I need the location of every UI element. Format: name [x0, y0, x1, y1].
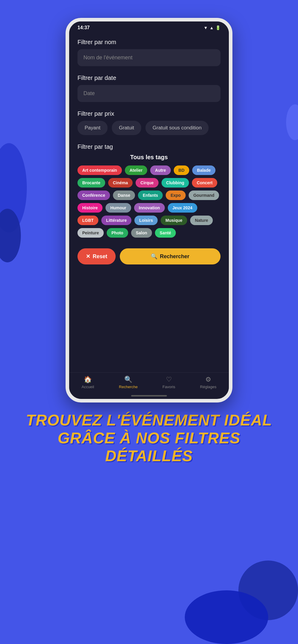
- nav-item-recherche[interactable]: 🔍 Recherche: [119, 376, 138, 389]
- tag-danse[interactable]: Danse: [113, 191, 135, 200]
- tag-enfants[interactable]: Enfants: [138, 191, 163, 200]
- nav-recherche-label: Recherche: [119, 385, 138, 389]
- tag-autre[interactable]: Autre: [150, 165, 171, 175]
- nav-item-reglages[interactable]: ⚙ Réglages: [200, 376, 216, 389]
- nav-accueil-label: Accueil: [82, 385, 94, 389]
- nav-item-accueil[interactable]: 🏠 Accueil: [82, 376, 94, 389]
- nav-home-icon: 🏠: [84, 376, 92, 383]
- nav-favoris-label: Favoris: [162, 385, 175, 389]
- bg-blob-right: [286, 104, 298, 140]
- price-gratuit-condition-button[interactable]: Gratuit sous condition: [145, 121, 209, 135]
- promo-text: TROUVEZ L'ÉVÉNEMENT IDÉAL GRÂCE À NOS FI…: [0, 411, 298, 465]
- tag-atelier[interactable]: Atelier: [125, 165, 148, 175]
- status-bar: 14:37 ▼ ▲ 🔋: [69, 21, 229, 33]
- nav-search-icon: 🔍: [124, 376, 132, 383]
- tag-concert[interactable]: Concert: [192, 178, 217, 188]
- price-buttons: Payant Gratuit Gratuit sous condition: [77, 121, 221, 135]
- tag-bd[interactable]: BD: [174, 165, 189, 175]
- tag-cinéma[interactable]: Cinéma: [108, 178, 133, 188]
- tag-clubbing[interactable]: Clubbing: [162, 178, 189, 188]
- tag-gourmand[interactable]: Gourmand: [189, 191, 219, 200]
- phone-frame: 14:37 ▼ ▲ 🔋 Filtrer par nom Filtrer par …: [66, 18, 232, 402]
- filter-by-date-label: Filtrer par date: [77, 75, 221, 81]
- tag-histoire[interactable]: Histoire: [77, 203, 103, 213]
- wifi-icon: ▼: [204, 25, 208, 30]
- bg-blob-bottom2: [185, 590, 268, 644]
- filter-by-price-label: Filtrer par prix: [77, 110, 221, 117]
- filter-by-tag-label: Filtrer par tag: [77, 143, 221, 150]
- tag-brocante[interactable]: Brocante: [77, 178, 105, 188]
- battery-icon: 🔋: [215, 25, 221, 30]
- search-button[interactable]: 🔍 Rechercher: [120, 248, 221, 264]
- reset-button[interactable]: ✕ Reset: [77, 248, 116, 264]
- filter-by-name-label: Filtrer par nom: [77, 39, 221, 46]
- status-icons: ▼ ▲ 🔋: [204, 25, 221, 30]
- tag-santé[interactable]: Santé: [155, 228, 176, 238]
- nav-heart-icon: ♡: [166, 376, 172, 383]
- bottom-nav: 🏠 Accueil 🔍 Recherche ♡ Favoris ⚙ Réglag…: [69, 372, 229, 393]
- tag-photo[interactable]: Photo: [107, 228, 128, 238]
- tag-nature[interactable]: Nature: [190, 216, 213, 225]
- home-bar: [131, 395, 167, 397]
- date-input[interactable]: [77, 85, 221, 102]
- nav-gear-icon: ⚙: [205, 376, 211, 383]
- tags-container: Art contemporainAtelierAutreBDBaladeBroc…: [77, 165, 221, 238]
- tag-art-contemporain[interactable]: Art contemporain: [77, 165, 122, 175]
- tag-humour[interactable]: Humour: [105, 203, 131, 213]
- tag-conférence[interactable]: Conférence: [77, 191, 110, 200]
- tags-section-title: Tous les tags: [77, 154, 221, 161]
- tag-cirque[interactable]: Cirque: [136, 178, 158, 188]
- tag-littérature[interactable]: Littérature: [101, 216, 131, 225]
- tag-salon[interactable]: Salon: [131, 228, 152, 238]
- reset-x-icon: ✕: [86, 253, 90, 260]
- price-payant-button[interactable]: Payant: [77, 121, 108, 135]
- search-icon: 🔍: [151, 253, 157, 260]
- reset-label: Reset: [93, 253, 107, 260]
- signal-icon: ▲: [209, 25, 214, 30]
- tag-peinture[interactable]: Peinture: [77, 228, 104, 238]
- tag-loisirs[interactable]: Loisirs: [134, 216, 158, 225]
- tag-expo[interactable]: Expo: [166, 191, 185, 200]
- tag-jeux-2024[interactable]: Jeux 2024: [168, 203, 197, 213]
- promo-heading: TROUVEZ L'ÉVÉNEMENT IDÉAL GRÂCE À NOS FI…: [18, 411, 280, 465]
- name-input[interactable]: [77, 49, 221, 66]
- search-label: Rechercher: [160, 253, 189, 260]
- tag-balade[interactable]: Balade: [192, 165, 215, 175]
- status-time: 14:37: [77, 25, 90, 30]
- nav-item-favoris[interactable]: ♡ Favoris: [162, 376, 175, 389]
- tag-lgbt[interactable]: LGBT: [77, 216, 98, 225]
- nav-reglages-label: Réglages: [200, 385, 216, 389]
- price-gratuit-button[interactable]: Gratuit: [112, 121, 141, 135]
- phone-content[interactable]: Filtrer par nom Filtrer par date Filtrer…: [69, 33, 229, 372]
- bottom-buttons: ✕ Reset 🔍 Rechercher: [77, 244, 221, 269]
- tag-musique[interactable]: Musique: [161, 216, 187, 225]
- tag-innovation[interactable]: Innovation: [134, 203, 165, 213]
